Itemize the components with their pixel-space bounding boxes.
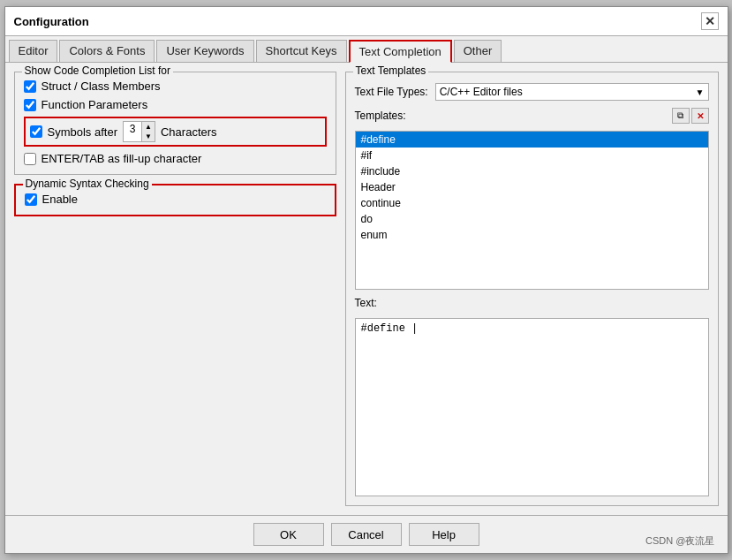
file-types-label: Text File Types: xyxy=(355,86,428,98)
tab-text-completion[interactable]: Text Completion xyxy=(349,40,452,63)
templates-label: Templates: xyxy=(355,110,406,122)
tab-colors-fonts[interactable]: Colors & Fonts xyxy=(59,40,155,62)
list-item[interactable]: Header xyxy=(356,179,708,195)
text-templates-group: Text Templates Text File Types: C/C++ Ed… xyxy=(345,72,719,506)
title-bar: Configuration ✕ xyxy=(5,7,728,36)
templates-list[interactable]: #define #if #include Header continue do … xyxy=(355,131,709,290)
copy-template-button[interactable]: ⧉ xyxy=(672,108,690,124)
symbols-spinbox[interactable]: 3 ▲ ▼ xyxy=(123,121,155,142)
list-item[interactable]: #define xyxy=(356,132,708,148)
text-content-area[interactable]: #define | xyxy=(355,318,709,496)
function-params-label: Function Parameters xyxy=(42,98,148,111)
list-item[interactable]: #if xyxy=(356,148,708,163)
file-types-value: C/C++ Editor files xyxy=(440,86,523,98)
templates-header: Templates: ⧉ ✕ xyxy=(355,108,709,124)
spinbox-up[interactable]: ▲ xyxy=(142,122,155,132)
watermark: CSDN @夜流星 xyxy=(645,534,714,548)
tab-user-keywords[interactable]: User Keywords xyxy=(156,40,253,62)
configuration-dialog: Configuration ✕ Editor Colors & Fonts Us… xyxy=(4,6,728,554)
text-area-label: Text: xyxy=(355,297,709,309)
file-type-row: Text File Types: C/C++ Editor files ▼ xyxy=(355,83,709,101)
characters-label: Characters xyxy=(161,125,217,139)
ok-button[interactable]: OK xyxy=(253,523,324,546)
symbols-after-row: Symbols after 3 ▲ ▼ Characters xyxy=(24,117,327,147)
text-templates-label: Text Templates xyxy=(353,64,429,77)
dynamic-syntax-group: Dynamic Syntax Checking Enable xyxy=(14,184,336,216)
spinbox-arrows: ▲ ▼ xyxy=(141,122,155,141)
dynamic-syntax-label: Dynamic Syntax Checking xyxy=(23,178,152,190)
list-item[interactable]: do xyxy=(356,211,708,227)
symbols-after-label: Symbols after xyxy=(48,125,117,139)
tab-editor[interactable]: Editor xyxy=(9,40,58,62)
enter-tab-checkbox[interactable] xyxy=(24,153,36,165)
delete-template-button[interactable]: ✕ xyxy=(691,108,709,124)
select-dropdown-arrow: ▼ xyxy=(696,87,705,97)
enable-row: Enable xyxy=(25,193,326,206)
spinbox-value[interactable]: 3 xyxy=(124,122,141,141)
enter-tab-label: ENTER/TAB as fill-up character xyxy=(42,152,202,165)
right-panel: Text Templates Text File Types: C/C++ Ed… xyxy=(345,72,719,506)
tab-shortcut-keys[interactable]: Shortcut Keys xyxy=(256,40,347,62)
enable-label: Enable xyxy=(42,193,78,206)
help-button[interactable]: Help xyxy=(409,523,479,546)
templates-buttons: ⧉ ✕ xyxy=(672,108,709,124)
function-params-row: Function Parameters xyxy=(24,98,327,111)
struct-members-checkbox[interactable] xyxy=(24,80,36,93)
bottom-bar: OK Cancel Help CSDN @夜流星 xyxy=(5,515,728,553)
struct-members-label: Struct / Class Members xyxy=(42,79,161,93)
tab-other[interactable]: Other xyxy=(454,40,502,62)
list-item[interactable]: #include xyxy=(356,163,708,179)
symbols-after-checkbox[interactable] xyxy=(30,125,42,138)
close-button[interactable]: ✕ xyxy=(701,12,719,30)
list-item[interactable]: continue xyxy=(356,195,708,211)
show-code-group-label: Show Code Completion List for xyxy=(22,64,173,77)
enter-tab-row: ENTER/TAB as fill-up character xyxy=(24,152,327,165)
main-content: Show Code Completion List for Struct / C… xyxy=(5,63,728,515)
dialog-title: Configuration xyxy=(14,15,89,28)
spinbox-down[interactable]: ▼ xyxy=(142,132,155,141)
file-types-select[interactable]: C/C++ Editor files ▼ xyxy=(435,83,709,101)
cancel-button[interactable]: Cancel xyxy=(331,523,402,546)
show-code-completion-group: Show Code Completion List for Struct / C… xyxy=(14,72,336,175)
struct-members-row: Struct / Class Members xyxy=(24,79,327,93)
list-item[interactable]: enum xyxy=(356,227,708,243)
left-panel: Show Code Completion List for Struct / C… xyxy=(14,72,336,506)
enable-checkbox[interactable] xyxy=(25,193,37,206)
tab-bar: Editor Colors & Fonts User Keywords Shor… xyxy=(5,36,728,63)
function-params-checkbox[interactable] xyxy=(24,99,36,111)
